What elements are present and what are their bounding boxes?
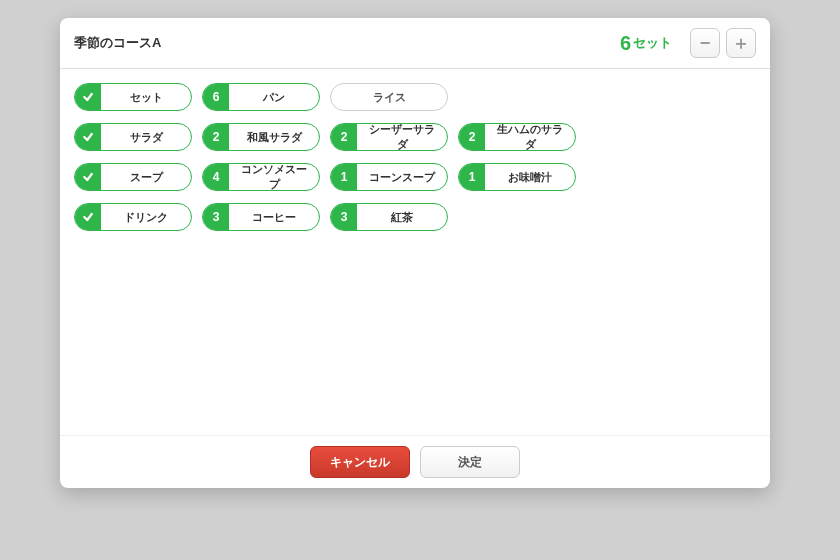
check-icon [75,124,101,150]
item-label: コーヒー [229,210,319,225]
category-label: ドリンク [101,210,191,225]
item-label: 生ハムのサラダ [485,123,575,151]
item-label: お味噌汁 [485,170,575,185]
item-pill[interactable]: 4コンソメスープ [202,163,320,191]
item-count-badge: 4 [203,164,229,190]
item-pill[interactable]: 6パン [202,83,320,111]
item-count-badge: 2 [203,124,229,150]
ok-button[interactable]: 決定 [420,446,520,478]
category-label: セット [101,90,191,105]
category-label: サラダ [101,130,191,145]
item-label: シーザーサラダ [357,123,447,151]
item-count-badge: 6 [203,84,229,110]
increment-button[interactable]: ＋ [726,28,756,58]
item-pill[interactable]: 3紅茶 [330,203,448,231]
item-count-badge: 2 [459,124,485,150]
item-count-badge: 3 [331,204,357,230]
cancel-button[interactable]: キャンセル [310,446,410,478]
option-row: スープ4コンソメスープ1コーンスープ1お味噌汁 [74,163,756,191]
item-pill[interactable]: 1お味噌汁 [458,163,576,191]
dialog: 季節のコースA 6 セット − ＋ セット6パンライスサラダ2和風サラダ2シーザ… [60,18,770,488]
category-pill[interactable]: セット [74,83,192,111]
option-row: サラダ2和風サラダ2シーザーサラダ2生ハムのサラダ [74,123,756,151]
item-label: 和風サラダ [229,130,319,145]
item-pill[interactable]: 2シーザーサラダ [330,123,448,151]
category-pill[interactable]: サラダ [74,123,192,151]
check-icon [75,204,101,230]
category-label: スープ [101,170,191,185]
item-label: コーンスープ [357,170,447,185]
item-count-badge: 1 [459,164,485,190]
decrement-button[interactable]: − [690,28,720,58]
dialog-header: 季節のコースA 6 セット − ＋ [60,18,770,69]
item-pill[interactable]: 2和風サラダ [202,123,320,151]
item-label: コンソメスープ [229,163,319,191]
set-count: 6 [620,32,631,55]
item-label: 紅茶 [357,210,447,225]
dialog-footer: キャンセル 決定 [60,435,770,488]
option-grid: セット6パンライスサラダ2和風サラダ2シーザーサラダ2生ハムのサラダスープ4コン… [60,69,770,435]
item-label: ライス [331,90,447,105]
item-count-badge: 2 [331,124,357,150]
check-icon [75,84,101,110]
item-pill[interactable]: 3コーヒー [202,203,320,231]
category-pill[interactable]: スープ [74,163,192,191]
check-icon [75,164,101,190]
item-count-badge: 3 [203,204,229,230]
set-suffix: セット [633,34,672,52]
item-label: パン [229,90,319,105]
course-title: 季節のコースA [74,34,161,52]
option-row: セット6パンライス [74,83,756,111]
item-pill[interactable]: ライス [330,83,448,111]
item-count-badge: 1 [331,164,357,190]
item-pill[interactable]: 1コーンスープ [330,163,448,191]
item-pill[interactable]: 2生ハムのサラダ [458,123,576,151]
category-pill[interactable]: ドリンク [74,203,192,231]
option-row: ドリンク3コーヒー3紅茶 [74,203,756,231]
